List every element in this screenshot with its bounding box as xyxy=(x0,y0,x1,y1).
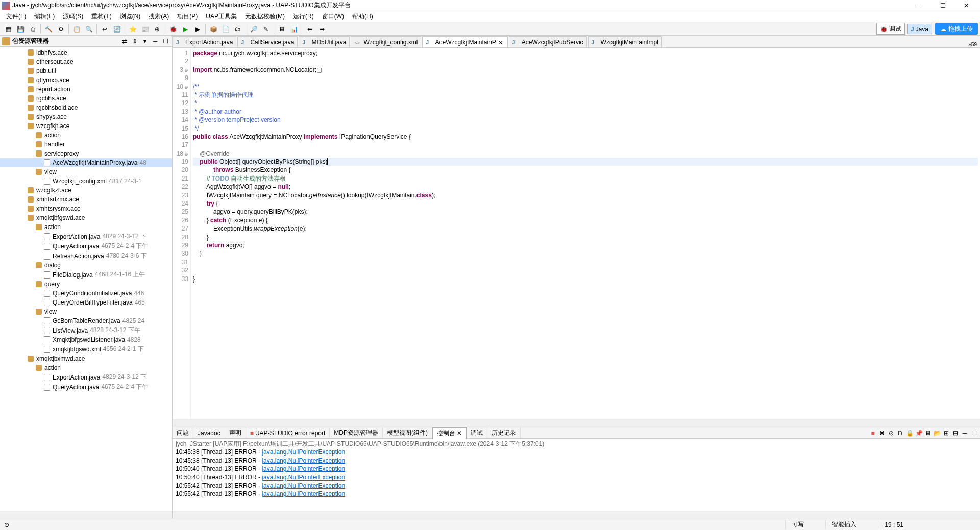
maximize-button[interactable]: ☐ xyxy=(931,0,954,11)
toolbar-btn-16[interactable]: 📊 xyxy=(288,23,300,35)
toolbar-btn-2[interactable]: ⚙ xyxy=(55,23,66,35)
close-button[interactable]: ✕ xyxy=(954,0,978,11)
view-menu-button[interactable]: ▾ xyxy=(140,37,150,46)
toolbar-btn-11[interactable]: 📄 xyxy=(220,23,231,35)
toolbar-btn-13[interactable]: 🔎 xyxy=(248,23,259,35)
console-display-button[interactable]: 🖥 xyxy=(924,429,932,437)
editor-hscroll[interactable] xyxy=(173,419,980,427)
console-remove-button[interactable]: ✖ xyxy=(878,429,886,437)
tree-package[interactable]: ldbhfys.ace xyxy=(0,48,172,57)
code-editor[interactable]: 1239101112131415161718192021222324252627… xyxy=(173,48,980,419)
toolbar-btn-10[interactable]: 📦 xyxy=(208,23,219,35)
menu-source[interactable]: 源码(S) xyxy=(59,11,87,22)
console-scroll-lock-button[interactable]: 🔒 xyxy=(905,429,914,437)
tree-hscroll[interactable] xyxy=(0,511,172,519)
tree-file[interactable]: ExportAction.java4829 24-3-12 下 xyxy=(0,372,172,382)
tree-package[interactable]: othersout.ace xyxy=(0,57,172,66)
menu-refactor[interactable]: 重构(T) xyxy=(87,11,115,22)
tree-package[interactable]: wzcgfkzf.ace xyxy=(0,186,172,195)
bottom-tab[interactable]: 问题 xyxy=(173,427,193,438)
bottom-tab[interactable]: 声明 xyxy=(225,427,246,438)
console-btn-10[interactable]: ⊟ xyxy=(951,429,960,437)
tree-package[interactable]: rgcbhsbold.ace xyxy=(0,103,172,112)
tree-package[interactable]: xmqktjbfgswd.ace xyxy=(0,213,172,222)
tree-package[interactable]: action xyxy=(0,363,172,372)
save-button[interactable]: 💾 xyxy=(15,23,26,35)
upload-badge[interactable]: ☁ 拖拽上传 xyxy=(935,23,978,35)
tree-package[interactable]: action xyxy=(0,131,172,140)
package-tree[interactable]: ldbhfys.aceothersout.acepub.utilqtfymxb.… xyxy=(0,47,172,511)
menu-edit[interactable]: 编辑(E) xyxy=(30,11,59,22)
run-ext-button[interactable]: ▶ xyxy=(192,23,203,35)
toolbar-btn-4[interactable]: 🔍 xyxy=(83,23,94,35)
perspective-debug[interactable]: 🐞 调试 xyxy=(876,23,905,35)
run-button[interactable]: ▶ xyxy=(180,23,191,35)
toolbar-btn-9[interactable]: ⊕ xyxy=(152,23,163,35)
tree-package[interactable]: xmqktjbxmwd.ace xyxy=(0,354,172,363)
tab-close-icon[interactable]: ✕ xyxy=(457,430,462,437)
perspective-java[interactable]: J Java xyxy=(907,24,932,34)
tree-file[interactable]: ExportAction.java4829 24-3-12 下 xyxy=(0,232,172,241)
toolbar-btn-12[interactable]: 🗂 xyxy=(232,23,243,35)
tree-package[interactable]: view xyxy=(0,307,172,316)
bottom-tab[interactable]: 调试 xyxy=(467,427,487,438)
menu-window[interactable]: 窗口(W) xyxy=(318,11,348,22)
console-clear-button[interactable]: 🗋 xyxy=(896,429,904,437)
stacktrace-link[interactable]: java.lang.NullPointerException xyxy=(262,465,345,472)
bottom-tab[interactable]: 模型视图(组件) xyxy=(383,427,432,438)
console-pin-button[interactable]: 📌 xyxy=(915,429,923,437)
console-remove-all-button[interactable]: ⊘ xyxy=(887,429,895,437)
tab-overflow-button[interactable]: »59 xyxy=(965,42,980,47)
menu-uap[interactable]: UAP工具集 xyxy=(202,11,241,22)
editor-tab[interactable]: MD5Util.java xyxy=(299,36,350,47)
tree-package[interactable]: rgcbhs.ace xyxy=(0,94,172,103)
link-editor-button[interactable]: ⇕ xyxy=(130,37,139,46)
tree-package[interactable]: view xyxy=(0,167,172,176)
tree-file[interactable]: QueryAction.java4675 24-2-4 下午 xyxy=(0,382,172,392)
nav-back-button[interactable]: ⬅ xyxy=(304,23,315,35)
stacktrace-link[interactable]: java.lang.NullPointerException xyxy=(262,482,345,489)
save-all-button[interactable]: ⎙ xyxy=(27,23,38,35)
menu-navigate[interactable]: 浏览(N) xyxy=(116,11,145,22)
tree-file[interactable]: RefreshAction.java4780 24-3-6 下 xyxy=(0,251,172,261)
console-hscroll[interactable] xyxy=(173,511,980,519)
minimize-view-button[interactable]: ─ xyxy=(151,37,160,46)
tree-package[interactable]: xmhtsrysmx.ace xyxy=(0,204,172,213)
editor-tab[interactable]: AceWzcgfkjtMaintainP✕ xyxy=(422,36,507,47)
tree-file[interactable]: QueryOrderBillTypeFilter.java465 xyxy=(0,298,172,307)
tree-package[interactable]: shypys.ace xyxy=(0,112,172,121)
tree-file[interactable]: QueryAction.java4675 24-2-4 下午 xyxy=(0,241,172,251)
bottom-tab[interactable]: 历史记录 xyxy=(487,427,521,438)
stacktrace-link[interactable]: java.lang.NullPointerException xyxy=(262,474,345,481)
stacktrace-link[interactable]: java.lang.NullPointerException xyxy=(262,448,345,456)
toolbar-btn-6[interactable]: 🔄 xyxy=(111,23,122,35)
debug-button[interactable]: 🐞 xyxy=(167,23,179,35)
tab-close-icon[interactable]: ✕ xyxy=(498,39,504,45)
menu-file[interactable]: 文件(F) xyxy=(2,11,30,22)
editor-tab[interactable]: AceWzcgfkjtPubServic xyxy=(509,36,587,47)
stacktrace-link[interactable]: java.lang.NullPointerException xyxy=(262,490,345,497)
tree-package[interactable]: handler xyxy=(0,140,172,149)
console-btn-9[interactable]: ⊞ xyxy=(942,429,950,437)
minimize-button[interactable]: ─ xyxy=(908,0,931,11)
bottom-tab[interactable]: MDP资源管理器 xyxy=(330,427,383,438)
tree-file[interactable]: GcBomTableRender.java4825 24 xyxy=(0,316,172,325)
tree-file[interactable]: XmqktjbfgswdListener.java4828 xyxy=(0,335,172,344)
bottom-tab[interactable]: 控制台✕ xyxy=(432,427,467,439)
editor-tab[interactable]: ExportAction.java xyxy=(173,36,236,47)
menu-metadata[interactable]: 元数据校验(M) xyxy=(241,11,289,22)
menu-project[interactable]: 项目(P) xyxy=(173,11,202,22)
tree-file[interactable]: ListView.java4828 24-3-12 下午 xyxy=(0,325,172,335)
tree-package[interactable]: qtfymxb.ace xyxy=(0,75,172,85)
tree-package[interactable]: action xyxy=(0,222,172,232)
code-content[interactable]: package nc.ui.jych.wzcgfkjt.ace.servicep… xyxy=(191,48,980,419)
menu-run[interactable]: 运行(R) xyxy=(289,11,318,22)
bottom-tab[interactable]: ■UAP-STUDIO error report xyxy=(246,428,330,438)
tree-file[interactable]: FileDialog.java4468 24-1-16 上午 xyxy=(0,270,172,280)
console-maximize-button[interactable]: ☐ xyxy=(970,429,978,437)
tree-package[interactable]: dialog xyxy=(0,261,172,270)
tree-package[interactable]: wzcgfkjt.ace xyxy=(0,121,172,131)
console-terminate-button[interactable]: ■ xyxy=(869,429,877,437)
line-gutter[interactable]: 1239101112131415161718192021222324252627… xyxy=(173,48,191,419)
tree-package[interactable]: xmhtsrtzmx.ace xyxy=(0,195,172,204)
